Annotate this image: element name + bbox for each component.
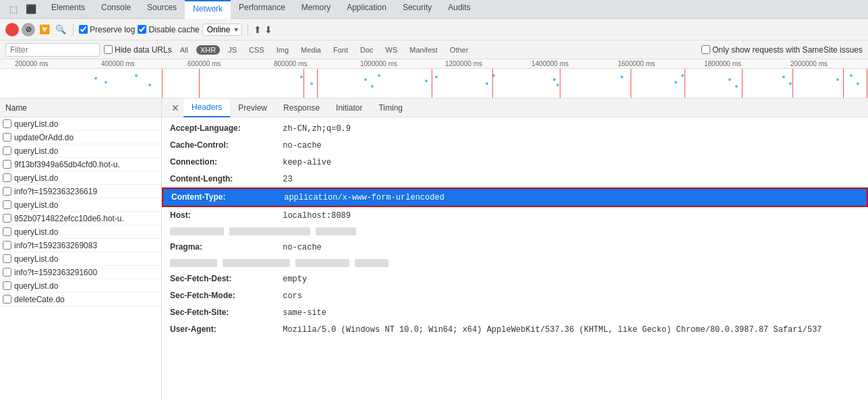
filter-js[interactable]: JS	[224, 45, 241, 55]
toolbar-separator-2	[248, 24, 248, 36]
timeline-redline	[199, 69, 200, 98]
blurred-header-row	[162, 256, 868, 270]
filter-font[interactable]: Font	[329, 45, 352, 55]
header-row: Cache-Control: no-cache	[162, 137, 868, 154]
list-item[interactable]: queryList.do	[0, 144, 161, 158]
record-button[interactable]	[5, 23, 19, 36]
right-panel: ✕ Headers Preview Response Initiator Tim…	[162, 98, 868, 400]
tab-headers[interactable]: Headers	[183, 98, 230, 117]
timeline-dot	[371, 85, 374, 88]
preserve-log-checkbox[interactable]: Preserve log	[79, 25, 135, 34]
main-area: Name queryList.doupdateOrAdd.doqueryList…	[0, 98, 868, 400]
timeline-dot	[681, 74, 684, 77]
list-item[interactable]: queryList.do	[0, 252, 161, 266]
search-button[interactable]: 🔍	[54, 23, 67, 36]
devtools-icons: ⬚ ⬛	[3, 3, 43, 16]
timeline-dot	[364, 78, 367, 81]
tab-elements[interactable]: Elements	[43, 0, 93, 19]
header-row: Sec-Fetch-Site: same-site	[162, 304, 868, 321]
header-row: Host: localhost:8089	[162, 207, 868, 224]
timeline-label-9: 2000000 ms	[790, 60, 828, 67]
import-button[interactable]: ⬆	[254, 24, 262, 35]
filter-img[interactable]: Img	[272, 45, 293, 55]
timeline-dot	[620, 76, 623, 78]
tab-timing[interactable]: Timing	[370, 98, 411, 117]
timeline-dot	[850, 74, 852, 77]
header-row[interactable]: Content-Type: application/x-www-form-url…	[162, 188, 868, 207]
timeline-redline	[303, 69, 304, 98]
hide-data-urls-checkbox[interactable]: Hide data URLs	[104, 45, 172, 55]
list-item[interactable]: queryList.do	[0, 279, 161, 293]
list-item[interactable]: queryList.do	[0, 198, 161, 212]
timeline-area: 200000 ms 400000 ms 600000 ms 800000 ms …	[0, 59, 868, 98]
list-item[interactable]: 9f13bf3949a65db4cfd0.hot-u.	[0, 158, 161, 171]
list-item[interactable]: info?t=1592363236619	[0, 185, 161, 198]
tab-application[interactable]: Application	[339, 0, 395, 19]
stop-button[interactable]: ⊘	[22, 23, 35, 36]
timeline-label-2: 600000 ms	[187, 60, 221, 67]
throttle-select-wrapper: Online ▼	[202, 24, 242, 36]
filter-bar: Hide data URLs All XHR JS CSS Img Media …	[0, 40, 868, 59]
tab-response[interactable]: Response	[275, 98, 328, 117]
tab-sources[interactable]: Sources	[139, 0, 185, 19]
timeline-dot	[556, 84, 559, 86]
tab-initiator[interactable]: Initiator	[328, 98, 370, 117]
timeline-dot	[148, 84, 151, 86]
header-row: Pragma: no-cache	[162, 239, 868, 256]
timeline-label-1: 400000 ms	[101, 60, 134, 67]
fullscreen-icon[interactable]: ⬛	[22, 3, 40, 16]
timeline-label-8: 1800000 ms	[704, 60, 741, 67]
filter-doc[interactable]: Doc	[356, 45, 378, 55]
tab-memory[interactable]: Memory	[293, 0, 339, 19]
timeline-dot	[378, 74, 380, 77]
filter-toggle-button[interactable]: 🔽	[38, 23, 51, 36]
timeline-redline	[631, 69, 631, 98]
list-item[interactable]: 952b0714822efcc10de6.hot-u.	[0, 212, 161, 225]
timeline-redline	[792, 69, 793, 98]
timeline-dot	[105, 81, 107, 84]
filter-xhr[interactable]: XHR	[196, 45, 220, 55]
timeline-dot	[94, 77, 97, 80]
timeline-redline	[685, 69, 685, 98]
list-item[interactable]: queryList.do	[0, 225, 161, 239]
filter-other[interactable]: Other	[446, 45, 473, 55]
list-item[interactable]: queryList.do	[0, 171, 161, 185]
filter-all[interactable]: All	[176, 45, 192, 55]
timeline-redline	[317, 69, 318, 98]
timeline-label-3: 800000 ms	[274, 60, 307, 67]
toolbar-separator-1	[73, 24, 74, 36]
header-row: Sec-Fetch-Mode: cors	[162, 287, 868, 304]
timeline-redline	[432, 69, 432, 98]
filter-media[interactable]: Media	[297, 45, 325, 55]
tab-security[interactable]: Security	[395, 0, 440, 19]
filter-input[interactable]	[5, 43, 100, 57]
list-item[interactable]: queryList.do	[0, 117, 161, 131]
list-item[interactable]: info?t=1592363291600	[0, 266, 161, 279]
export-button[interactable]: ⬇	[264, 24, 272, 35]
list-item[interactable]: deleteCate.do	[0, 293, 161, 306]
filter-css[interactable]: CSS	[245, 45, 268, 55]
list-item[interactable]: updateOrAdd.do	[0, 131, 161, 144]
filter-ws[interactable]: WS	[382, 45, 402, 55]
tab-console[interactable]: Console	[93, 0, 139, 19]
tab-network[interactable]: Network	[185, 0, 231, 19]
timeline-dot	[300, 76, 303, 78]
disable-cache-checkbox[interactable]: Disable cache	[138, 25, 199, 34]
tab-performance[interactable]: Performance	[231, 0, 293, 19]
samesite-checkbox[interactable]: Only show requests with SameSite issues	[701, 45, 863, 55]
dock-icon[interactable]: ⬚	[5, 3, 22, 16]
throttle-select[interactable]: Online	[202, 24, 242, 36]
timeline-dot	[836, 78, 839, 81]
tab-preview[interactable]: Preview	[230, 98, 275, 117]
header-row: User-Agent: Mozilla/5.0 (Windows NT 10.0…	[162, 321, 868, 338]
filter-manifest[interactable]: Manifest	[405, 45, 442, 55]
timeline-dot	[789, 82, 792, 85]
network-list[interactable]: queryList.doupdateOrAdd.doqueryList.do9f…	[0, 117, 161, 400]
timeline-redline	[867, 69, 867, 98]
timeline-redline	[843, 69, 844, 98]
timeline-chart	[0, 69, 868, 98]
tab-audits[interactable]: Audits	[440, 0, 478, 19]
list-item[interactable]: info?t=1592363269083	[0, 239, 161, 252]
panel-close-button[interactable]: ✕	[167, 98, 183, 117]
panel-tabs: ✕ Headers Preview Response Initiator Tim…	[162, 98, 868, 117]
